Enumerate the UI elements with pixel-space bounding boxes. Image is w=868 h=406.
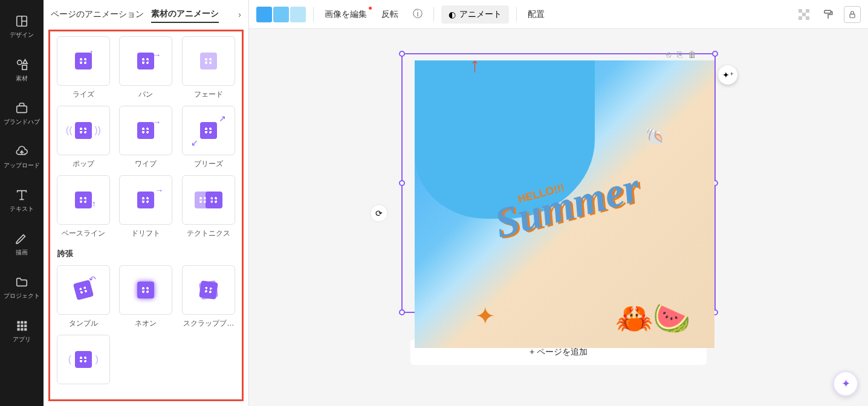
sidebar-item-brandhub[interactable]: ブランドハブ [0, 92, 44, 135]
briefcase-icon [15, 101, 29, 115]
annotation-arrow-icon [470, 53, 480, 77]
animation-option-fade[interactable]: フェード [180, 36, 237, 100]
animation-option-breeze[interactable]: ↗↙ブリーズ [180, 106, 237, 169]
sidebar-item-text[interactable]: テキスト [0, 179, 44, 222]
shell-graphic: 🐚 [645, 127, 666, 147]
svg-rect-18 [798, 9, 802, 13]
regenerate-button[interactable]: ✦⁺ [718, 65, 737, 85]
sidebar-label: プロジェクト [4, 292, 40, 300]
separator [433, 7, 434, 22]
animation-option-pan[interactable]: →パン [118, 36, 175, 100]
animation-option-tumble[interactable]: ↶タンブル [55, 265, 112, 329]
animation-option-wipe[interactable]: →ワイプ [118, 106, 175, 169]
sidebar-item-draw[interactable]: 描画 [0, 222, 44, 266]
svg-rect-22 [806, 16, 809, 20]
resize-handle[interactable] [399, 51, 405, 57]
position-button[interactable]: 配置 [524, 5, 548, 24]
svg-rect-23 [824, 10, 831, 13]
separator [313, 7, 314, 22]
shapes-icon [15, 57, 29, 72]
app-sidebar: デザイン 素材 ブランドハブ アップロード テキスト 描画 プロジェクト アプリ [0, 0, 44, 406]
folder-icon [15, 275, 29, 289]
delete-icon[interactable]: 🗑 [688, 50, 696, 59]
notification-dot-icon [369, 7, 372, 10]
tab-page-animation[interactable]: ページのアニメーション [51, 7, 144, 22]
tab-element-animation[interactable]: 素材のアニメーシ [151, 6, 219, 23]
color-swatch-1[interactable] [256, 7, 272, 22]
sidebar-item-upload[interactable]: アップロード [0, 135, 44, 179]
selection-box[interactable]: ⎋ ⎘ 🗑 ✦⁺ HELLO!!! Summer 🐚 ✦ 🦀🍉 [401, 53, 716, 313]
edit-image-button[interactable]: 画像を編集 [321, 5, 371, 24]
resize-handle[interactable] [399, 180, 405, 186]
svg-rect-9 [18, 321, 20, 324]
unlock-icon[interactable]: ⎋ [666, 50, 671, 59]
sidebar-item-elements[interactable]: 素材 [0, 48, 44, 92]
panel-tabs: ページのアニメーション 素材のアニメーシ › [44, 0, 248, 30]
animation-option-extra[interactable]: () [55, 335, 112, 384]
text-icon [15, 188, 29, 202]
sidebar-label: アプリ [13, 335, 31, 344]
sidebar-item-apps[interactable]: アプリ [0, 309, 44, 353]
animation-list: ↑ライズ →パン フェード (())ポップ →ワイプ ↗↙ブリーズ ↑ベースライ… [48, 30, 244, 401]
svg-rect-15 [18, 328, 20, 330]
canvas-area[interactable]: ⟳ ⎋ ⎘ 🗑 ✦⁺ HELLO!!! Summer 🐚 ✦ 🦀� [249, 29, 868, 406]
sidebar-label: ブランドハブ [4, 118, 40, 126]
color-swatches [256, 7, 306, 22]
svg-rect-10 [21, 321, 23, 324]
svg-rect-21 [798, 16, 802, 20]
resize-handle[interactable] [399, 309, 405, 315]
main-area: 画像を編集 反転 ⓘ ◐アニメート 配置 ⟳ ⎋ ⎘ 🗑 ✦⁺ [249, 0, 868, 406]
transparency-icon[interactable] [795, 6, 812, 23]
grid-icon [15, 318, 29, 333]
animation-option-tectonics[interactable]: テクトニクス [180, 175, 237, 239]
cloud-upload-icon [15, 144, 29, 159]
section-emphasis-title: 誇張 [55, 245, 237, 259]
sidebar-label: アップロード [4, 161, 40, 170]
flip-button[interactable]: 反転 [378, 5, 402, 24]
context-toolbar: 画像を編集 反転 ⓘ ◐アニメート 配置 [249, 0, 868, 29]
crab-graphic: 🦀🍉 [615, 301, 690, 336]
next-tabs-button[interactable]: › [238, 10, 241, 19]
svg-rect-24 [850, 14, 855, 18]
sync-button[interactable]: ⟳ [370, 204, 388, 222]
animate-button[interactable]: ◐アニメート [441, 5, 509, 24]
svg-rect-6 [17, 106, 27, 112]
duplicate-icon[interactable]: ⎘ [677, 50, 682, 59]
sidebar-label: 素材 [16, 74, 28, 83]
design-canvas[interactable]: HELLO!!! Summer 🐚 ✦ 🦀🍉 [415, 60, 714, 348]
animation-option-pop[interactable]: (())ポップ [55, 106, 112, 169]
sidebar-label: 描画 [16, 248, 28, 257]
svg-rect-17 [24, 328, 27, 330]
sidebar-label: テキスト [10, 205, 34, 213]
animation-option-scrapbook[interactable]: スクラップブ… [180, 265, 237, 329]
svg-rect-16 [21, 328, 23, 330]
animate-icon: ◐ [449, 10, 456, 19]
selection-mini-toolbar: ⎋ ⎘ 🗑 [666, 50, 696, 59]
animation-option-drift[interactable]: →ドリフト [118, 175, 175, 239]
ai-assist-button[interactable]: ✦ [833, 371, 858, 396]
info-icon[interactable]: ⓘ [409, 6, 426, 23]
animation-panel: ページのアニメーション 素材のアニメーシ › ↑ライズ →パン フェード (()… [44, 0, 249, 406]
color-swatch-3[interactable] [290, 7, 306, 22]
starfish-graphic: ✦ [475, 302, 496, 330]
animation-option-baseline[interactable]: ↑ベースライン [55, 175, 112, 239]
svg-marker-5 [23, 60, 27, 63]
resize-handle[interactable] [712, 51, 718, 57]
paint-roller-icon[interactable] [820, 6, 837, 23]
svg-rect-19 [802, 13, 806, 16]
svg-rect-11 [24, 321, 27, 324]
svg-rect-4 [22, 65, 27, 69]
layout-icon [15, 14, 29, 28]
separator [516, 7, 517, 22]
sidebar-item-projects[interactable]: プロジェクト [0, 266, 44, 309]
color-swatch-2[interactable] [273, 7, 289, 22]
sidebar-item-design[interactable]: デザイン [0, 5, 44, 48]
animation-option-neon[interactable]: ネオン [118, 265, 175, 329]
pen-icon [15, 231, 29, 246]
svg-rect-20 [806, 9, 809, 13]
svg-rect-14 [24, 324, 27, 327]
lock-icon[interactable] [844, 6, 861, 23]
svg-point-3 [18, 60, 22, 65]
sidebar-label: デザイン [10, 31, 34, 39]
animation-option-rise[interactable]: ↑ライズ [55, 36, 112, 100]
